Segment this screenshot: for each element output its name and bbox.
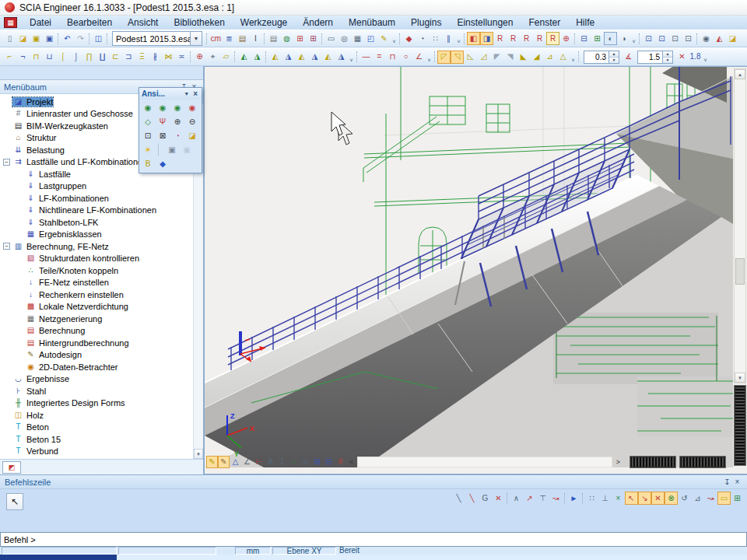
snap-line-button[interactable]: ╲ bbox=[452, 492, 465, 505]
cable-button[interactable]: ∦ bbox=[149, 51, 162, 64]
deselect-button[interactable]: R bbox=[520, 32, 533, 45]
tree-item-berechnung[interactable]: ▤Berechnung bbox=[3, 325, 193, 338]
chevron-down-icon[interactable]: ▼ bbox=[181, 91, 191, 96]
snap-mode-perpendicular-button[interactable]: ⊗ bbox=[665, 492, 678, 505]
tree-item-teile-knoten-koppeln[interactable]: ∴Teile/Knoten koppeln bbox=[3, 264, 193, 277]
view-top-button[interactable]: ◉ bbox=[170, 101, 184, 114]
menu-datei[interactable]: Datei bbox=[22, 16, 59, 29]
snap-f8-button[interactable]: ◢ bbox=[530, 51, 543, 64]
activate-clipping-button[interactable]: ◨ bbox=[480, 32, 493, 45]
tree-item-holz[interactable]: ◫Holz bbox=[3, 409, 193, 422]
tree-item-rechenkern-einstellen[interactable]: ↓Rechenkern einstellen bbox=[3, 289, 193, 301]
volumes-button[interactable]: △ bbox=[230, 456, 241, 468]
open-folder-button[interactable]: ◪ bbox=[726, 32, 739, 45]
menu-hilfe[interactable]: Hilfe bbox=[568, 16, 602, 29]
new-project-button[interactable]: ▯ bbox=[3, 32, 16, 45]
beam-horizontal-button[interactable]: ⌐ bbox=[3, 51, 16, 64]
menu-ansicht[interactable]: Ansicht bbox=[120, 16, 166, 29]
table-edit-button[interactable]: ⊞ bbox=[731, 492, 744, 505]
snap-midpoint-button[interactable]: ◹ bbox=[451, 51, 464, 64]
select-crosshair-button[interactable]: ⊕ bbox=[559, 32, 573, 45]
render-wired-button[interactable]: ✎ bbox=[206, 456, 218, 468]
view-settings-button[interactable]: ⊟ bbox=[323, 456, 335, 468]
spin-down-icon[interactable]: ▼ bbox=[609, 58, 619, 63]
snap-mode-nearest-button[interactable]: ↘ bbox=[638, 492, 651, 505]
tree-item-lokale-netzverdichtung[interactable]: ▩Lokale Netzverdichtung bbox=[3, 301, 193, 313]
dial-display-button[interactable]: ☏ bbox=[300, 456, 311, 468]
overflow-chevron-icon[interactable]: ˅ bbox=[455, 32, 462, 45]
snap-endpoint-button[interactable]: ◸ bbox=[437, 51, 451, 64]
snap-mode-intersection-button[interactable]: ✕ bbox=[651, 492, 665, 505]
zoom-window-button[interactable]: ⊡ bbox=[141, 129, 155, 142]
clipping-plane-button[interactable]: ◭ bbox=[713, 32, 726, 45]
snap-circle-button[interactable]: G bbox=[479, 492, 492, 505]
open-view-button[interactable]: ◪ bbox=[185, 129, 199, 142]
select-single-button[interactable]: R bbox=[493, 32, 507, 45]
axonometry-button[interactable]: ◇ bbox=[141, 115, 155, 128]
zoom-out-button[interactable]: ⊖ bbox=[185, 115, 199, 128]
save-all-button[interactable]: ▣ bbox=[30, 32, 43, 45]
cursor-step-stepper[interactable]: 0.3▲▼ bbox=[584, 51, 619, 64]
ratio-tool-button[interactable]: 1.8 bbox=[689, 51, 702, 64]
snap-delete-button[interactable]: ✕ bbox=[492, 492, 505, 505]
menu-bearbeiten[interactable]: Bearbeiten bbox=[59, 16, 120, 29]
tree-item-autodesign[interactable]: ✎Autodesign bbox=[3, 349, 193, 362]
truss-button[interactable]: Ξ bbox=[135, 51, 149, 64]
snap-tangent-button[interactable]: ↗ bbox=[523, 492, 536, 505]
open-project-button[interactable]: ◪ bbox=[16, 32, 30, 45]
snap-mode-endpoint-button[interactable]: ↖ bbox=[625, 492, 638, 505]
magnet-distance-value[interactable]: 1.5 bbox=[637, 51, 663, 64]
angle-step-button[interactable]: ∡ bbox=[622, 51, 635, 64]
tree-item-2d-daten-betrachter[interactable]: ◉2D-Daten-Betrachter bbox=[3, 361, 193, 373]
tree-item-stahl[interactable]: ⊦Stahl bbox=[3, 385, 193, 397]
copy-image-button[interactable]: ⊡ bbox=[642, 32, 655, 45]
pin-icon[interactable]: ↧ bbox=[722, 478, 732, 487]
wireframe-toggle-button[interactable]: ◐ bbox=[604, 32, 617, 45]
beam-vertical-button[interactable]: ¬ bbox=[16, 51, 30, 64]
copy-table-button[interactable]: ⊡ bbox=[655, 32, 668, 45]
document-system-icon[interactable]: ▦ bbox=[4, 17, 17, 28]
snap-f6-button[interactable]: ◥ bbox=[503, 51, 517, 64]
zoom-in-button[interactable]: ⊕ bbox=[170, 115, 184, 128]
cross-sections-button[interactable]: I bbox=[249, 32, 262, 45]
snap-perp-button[interactable]: ⊤ bbox=[536, 492, 549, 505]
zoom-document-button[interactable]: ◔ bbox=[416, 32, 429, 45]
supports-display-button[interactable]: ∠ bbox=[241, 456, 253, 468]
pair-6-button[interactable]: ◮ bbox=[335, 51, 348, 64]
menu-bibliotheken[interactable]: Bibliotheken bbox=[166, 16, 232, 29]
tree-item-lastgruppen[interactable]: ⇓Lastgruppen bbox=[3, 180, 193, 193]
cursor-step-value[interactable]: 0.3 bbox=[584, 51, 609, 64]
support-button[interactable]: ▱ bbox=[219, 51, 233, 64]
named-items-button[interactable]: ▤ bbox=[267, 32, 280, 45]
profile-library-button[interactable]: ▤ bbox=[236, 32, 249, 45]
snap-f5-button[interactable]: ◤ bbox=[490, 51, 503, 64]
menu-einstellungen[interactable]: Einstellungen bbox=[449, 16, 521, 29]
dim-circle-button[interactable]: ○ bbox=[399, 51, 412, 64]
spin-up-icon[interactable]: ▲ bbox=[609, 51, 619, 58]
haunch-button[interactable]: ⋈ bbox=[162, 51, 175, 64]
menu-fenster[interactable]: Fenster bbox=[521, 16, 568, 29]
scroll-down-icon[interactable]: ▼ bbox=[194, 449, 203, 459]
pair-1-button[interactable]: ◭ bbox=[268, 51, 282, 64]
zoom-bar-vertical[interactable] bbox=[734, 385, 746, 466]
paste-button[interactable]: ⊡ bbox=[682, 32, 695, 45]
collapse-icon[interactable]: − bbox=[3, 243, 10, 250]
dim-line-button[interactable]: — bbox=[359, 51, 373, 64]
subregion-button[interactable]: ⊏ bbox=[109, 51, 122, 64]
member-info-button[interactable]: ∥ bbox=[442, 32, 455, 45]
column-button[interactable]: ⊓ bbox=[30, 51, 43, 64]
ortho-mode-button[interactable]: ▭ bbox=[717, 492, 731, 505]
print-preview-button[interactable]: ◎ bbox=[338, 32, 351, 45]
picture-gallery-button[interactable]: ◍ bbox=[280, 32, 293, 45]
snap-f4-button[interactable]: ◿ bbox=[477, 51, 490, 64]
menu-werkzeuge[interactable]: Werkzeuge bbox=[233, 16, 295, 29]
rib-button[interactable]: ∏ bbox=[82, 51, 96, 64]
tree-item-berechnung-fe-netz[interactable]: −▥Berechnung, FE-Netz bbox=[3, 240, 193, 253]
tree-item-netzgenerierung[interactable]: ▦Netzgenerierung bbox=[3, 313, 193, 325]
pair-5-button[interactable]: ◭ bbox=[321, 51, 335, 64]
camera-button[interactable]: ▣ bbox=[165, 143, 179, 156]
scale-tool-button[interactable]: ✕ bbox=[675, 51, 689, 64]
tree-item-strukturdaten-kontrollieren[interactable]: ▧Strukturdaten kontrollieren bbox=[3, 253, 193, 265]
overflow-chevron-icon[interactable]: ˅ bbox=[348, 51, 355, 64]
table-input-button[interactable]: ⊞ bbox=[293, 32, 307, 45]
